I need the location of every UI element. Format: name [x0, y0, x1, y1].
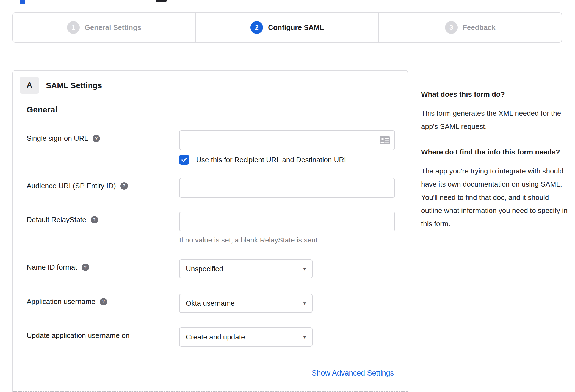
- step-label: Configure SAML: [268, 23, 324, 32]
- cropped-title-fragment: [20, 0, 25, 4]
- application-username-label: Application username ?: [27, 297, 107, 306]
- sso-url-label-text: Single sign-on URL: [27, 134, 88, 143]
- show-advanced-settings-link[interactable]: Show Advanced Settings: [312, 369, 394, 377]
- update-application-username-label-text: Update application username on: [27, 331, 129, 340]
- step-configure-saml[interactable]: 2 Configure SAML: [195, 13, 378, 42]
- sidebar-question-1: What does this form do?: [421, 87, 572, 101]
- panel-title: SAML Settings: [46, 81, 102, 90]
- relaystate-hint: If no value is set, a blank RelayState i…: [179, 236, 317, 244]
- update-application-username-label: Update application username on: [27, 331, 129, 340]
- name-id-format-select[interactable]: Unspecified ▾: [179, 259, 313, 278]
- application-username-value: Okta username: [186, 299, 235, 308]
- chevron-down-icon: ▾: [303, 334, 306, 340]
- help-sidebar: What does this form do? This form genera…: [421, 87, 572, 242]
- default-relaystate-input-wrap: [179, 212, 395, 231]
- application-username-select[interactable]: Okta username ▾: [179, 294, 313, 313]
- sso-url-row: Single sign-on URL ? Use this for Recipi…: [27, 130, 395, 166]
- step-label: General Settings: [85, 23, 142, 32]
- update-application-username-row: Update application username on Create an…: [27, 327, 395, 349]
- application-username-row: Application username ? Okta username ▾: [27, 294, 395, 316]
- default-relaystate-input[interactable]: [179, 212, 395, 231]
- audience-uri-row: Audience URI (SP Entity ID) ?: [27, 178, 395, 200]
- general-group-title: General: [27, 105, 57, 114]
- step-number-badge: 3: [445, 21, 458, 34]
- name-id-format-label-text: Name ID format: [27, 263, 77, 272]
- help-icon[interactable]: ?: [82, 264, 89, 271]
- default-relaystate-row: Default RelayState ? If no value is set,…: [27, 212, 395, 247]
- step-number-badge: 2: [250, 21, 263, 34]
- contact-card-icon: [380, 136, 390, 144]
- chevron-down-icon: ▾: [303, 300, 306, 307]
- cropped-icon-fragment: [156, 0, 167, 2]
- default-relaystate-label-text: Default RelayState: [27, 216, 86, 224]
- application-username-label-text: Application username: [27, 297, 95, 306]
- wizard-stepper: 1 General Settings 2 Configure SAML 3 Fe…: [12, 12, 562, 43]
- audience-uri-input-wrap: [179, 178, 395, 198]
- step-feedback[interactable]: 3 Feedback: [378, 13, 562, 42]
- sso-url-input[interactable]: [179, 130, 395, 150]
- help-icon[interactable]: ?: [100, 298, 107, 305]
- audience-uri-label: Audience URI (SP Entity ID) ?: [27, 182, 128, 190]
- update-application-username-select[interactable]: Create and update ▾: [179, 327, 313, 347]
- saml-settings-panel: A SAML Settings General Single sign-on U…: [12, 70, 408, 392]
- step-number-badge: 1: [67, 21, 80, 34]
- sidebar-question-2: Where do I find the info this form needs…: [421, 145, 572, 159]
- sso-url-label: Single sign-on URL ?: [27, 134, 100, 143]
- sidebar-answer-1: This form generates the XML needed for t…: [421, 107, 572, 133]
- audience-uri-input[interactable]: [179, 178, 395, 198]
- name-id-format-label: Name ID format ?: [27, 263, 89, 272]
- step-general-settings[interactable]: 1 General Settings: [13, 13, 195, 42]
- recipient-url-checkbox-label[interactable]: Use this for Recipient URL and Destinati…: [196, 156, 348, 164]
- name-id-format-value: Unspecified: [186, 265, 223, 273]
- chevron-down-icon: ▾: [303, 266, 306, 272]
- recipient-url-checkbox[interactable]: [179, 155, 189, 165]
- sidebar-answer-2: The app you're trying to integrate with …: [421, 164, 572, 230]
- audience-uri-label-text: Audience URI (SP Entity ID): [27, 182, 116, 190]
- sso-url-input-wrap: [179, 130, 395, 150]
- recipient-url-checkbox-row: Use this for Recipient URL and Destinati…: [179, 155, 348, 165]
- update-application-username-value: Create and update: [186, 333, 245, 341]
- default-relaystate-label: Default RelayState ?: [27, 216, 98, 224]
- checkmark-icon: [181, 156, 187, 163]
- name-id-format-row: Name ID format ? Unspecified ▾: [27, 259, 395, 281]
- step-label: Feedback: [463, 23, 496, 32]
- help-icon[interactable]: ?: [91, 216, 98, 223]
- section-a-badge: A: [20, 77, 39, 94]
- help-icon[interactable]: ?: [120, 182, 128, 190]
- help-icon[interactable]: ?: [93, 135, 100, 142]
